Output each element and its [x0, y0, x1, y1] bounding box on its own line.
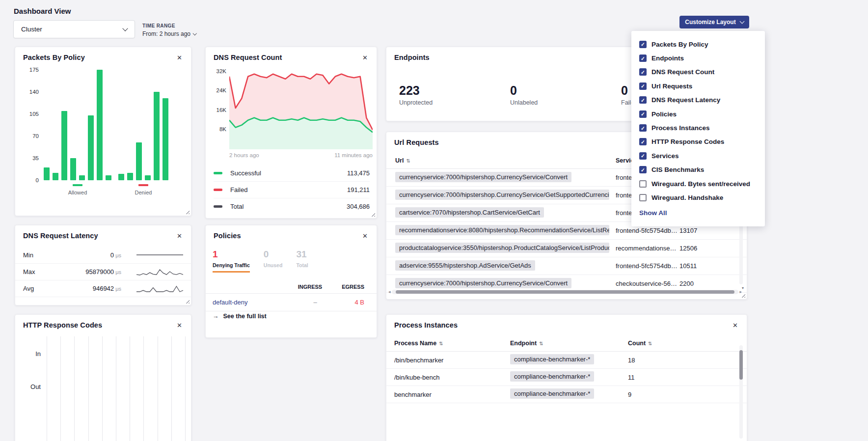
close-icon[interactable]: ✕	[176, 232, 183, 240]
axis-tick-label: 70	[32, 133, 39, 139]
stat-value: 31	[296, 249, 308, 260]
customize-layout-menu: ✓Packets By Policy✓Endpoints✓DNS Request…	[631, 31, 765, 226]
process-table-body: /bin/benchmarkercompliance-benchmarker-*…	[386, 352, 747, 403]
column-header-url[interactable]: Url ⇅	[395, 157, 616, 164]
scroll-right-arrow[interactable]: ▸	[739, 290, 742, 294]
customize-menu-item[interactable]: Wireguard. Bytes sent/received	[639, 177, 757, 191]
axis-tick-label: 16K	[217, 107, 226, 113]
legend-swatch	[214, 189, 222, 191]
column-header-count[interactable]: Count ⇅	[628, 340, 747, 347]
customize-menu-item[interactable]: ✓Packets By Policy	[639, 37, 757, 51]
latency-value: 946942	[93, 285, 114, 292]
customize-menu-item[interactable]: Wireguard. Handshake	[639, 191, 757, 204]
endpoint-value: compliance-benchmarker-*	[510, 354, 594, 364]
checkbox-checked[interactable]: ✓	[639, 68, 647, 76]
count-value: 10511	[679, 262, 747, 270]
scrollbar-thumb[interactable]	[396, 290, 735, 294]
card-title: Url Requests	[394, 138, 439, 146]
resize-handle[interactable]	[370, 212, 375, 217]
legend-label: Failed	[230, 186, 347, 193]
checkbox-unchecked[interactable]	[639, 194, 647, 201]
scroll-down-arrow[interactable]: ▾	[742, 286, 744, 290]
policies-stat[interactable]: 1Denying Traffic	[213, 249, 250, 273]
chevron-down-icon	[122, 26, 128, 31]
table-row: adservice:9555/hipstershop.AdService/Get…	[386, 257, 747, 275]
bar	[118, 174, 124, 180]
policies-table-header: INGRESS EGRESS	[206, 280, 377, 294]
close-icon[interactable]: ✕	[361, 232, 369, 240]
checkbox-checked[interactable]: ✓	[639, 152, 647, 160]
stat-value: 223	[399, 83, 510, 98]
x-label-start: 2 hours ago	[229, 152, 259, 158]
policies-stat[interactable]: 0Unused	[264, 249, 283, 273]
show-all-link[interactable]: Show All	[639, 209, 757, 217]
legend-row: Successful113,475	[214, 165, 370, 181]
policies-stat[interactable]: 31Total	[296, 249, 308, 273]
checkbox-checked[interactable]: ✓	[639, 55, 647, 62]
latency-row: Avg946942 μs	[15, 280, 191, 297]
view-selector[interactable]: Cluster	[13, 20, 135, 38]
card-title: Policies	[214, 232, 241, 240]
column-header-process-name[interactable]: Process Name ⇅	[394, 340, 510, 347]
customize-menu-item[interactable]: ✓Services	[639, 149, 757, 163]
customize-layout-button[interactable]: Customize Layout	[679, 16, 749, 28]
policy-ingress-value: –	[300, 299, 330, 306]
http-response-codes-card: HTTP Response Codes ✕ In Out	[15, 314, 191, 441]
bar	[127, 173, 133, 180]
axis-tick-label: 35	[32, 155, 39, 161]
time-range-value[interactable]: From: 2 hours ago	[142, 30, 196, 37]
customize-menu-item[interactable]: ✓Process Instances	[639, 121, 757, 135]
count-value: 12506	[679, 245, 747, 252]
close-icon[interactable]: ✕	[732, 321, 739, 330]
view-selector-value: Cluster	[21, 26, 42, 33]
scrollbar-track[interactable]	[392, 290, 739, 294]
stat-label: Total	[296, 262, 308, 268]
customize-menu-item[interactable]: ✓Endpoints	[639, 51, 757, 65]
card-title: Process Instances	[394, 321, 458, 329]
policy-name-link[interactable]: default-deny	[213, 299, 300, 306]
scroll-left-arrow[interactable]: ◂	[388, 290, 391, 294]
bar-group: Denied	[118, 70, 168, 195]
menu-item-label: Endpoints	[651, 55, 684, 62]
checkbox-checked[interactable]: ✓	[639, 41, 647, 48]
x-label-end: 11 minutes ago	[334, 152, 373, 158]
customize-menu-item[interactable]: ✓CIS Benchmarks	[639, 163, 757, 177]
close-icon[interactable]: ✕	[176, 54, 183, 62]
checkbox-checked[interactable]: ✓	[639, 96, 647, 104]
close-icon[interactable]: ✕	[361, 54, 369, 62]
horizontal-scrollbar[interactable]: ◂ ▸	[388, 289, 742, 295]
customize-menu-item[interactable]: ✓HTTP Response Codes	[639, 135, 757, 149]
legend-row: Total304,686	[214, 198, 370, 215]
customize-menu-item[interactable]: ✓Url Requests	[639, 79, 757, 93]
latency-sparkline	[136, 251, 183, 259]
checkbox-unchecked[interactable]	[639, 180, 647, 188]
customize-menu-item[interactable]: ✓DNS Request Latency	[639, 93, 757, 107]
column-header-egress: EGRESS	[342, 284, 364, 290]
http-row-label-in: In	[22, 350, 41, 358]
close-icon[interactable]: ✕	[176, 321, 183, 330]
group-marker	[138, 184, 148, 186]
see-full-list-link[interactable]: → See the full list	[213, 313, 267, 320]
scrollbar-thumb[interactable]	[739, 350, 743, 380]
latency-label: Min	[23, 251, 66, 259]
card-title: Packets By Policy	[23, 54, 85, 61]
resize-handle[interactable]	[185, 299, 190, 303]
process-table-header: Process Name ⇅ Endpoint ⇅ Count ⇅	[386, 335, 747, 352]
count-value: 13107	[679, 227, 747, 234]
checkbox-checked[interactable]: ✓	[639, 110, 647, 118]
packets-plot: AllowedDenied	[44, 70, 168, 195]
vertical-scrollbar[interactable]	[739, 345, 743, 439]
column-header-endpoint[interactable]: Endpoint ⇅	[510, 340, 628, 347]
page-title: Dashboard View	[14, 7, 71, 15]
url-value: productcatalogservice:3550/hipstershop.P…	[395, 243, 609, 253]
checkbox-checked[interactable]: ✓	[639, 166, 647, 173]
count-value: 2200	[679, 280, 747, 287]
customize-menu-item[interactable]: ✓DNS Request Count	[639, 65, 757, 79]
resize-handle[interactable]	[185, 209, 190, 214]
column-label: Process Name	[394, 340, 436, 347]
checkbox-checked[interactable]: ✓	[639, 124, 647, 132]
customize-menu-item[interactable]: ✓Policies	[639, 107, 757, 121]
checkbox-checked[interactable]: ✓	[639, 83, 647, 90]
menu-item-label: DNS Request Latency	[651, 96, 720, 104]
checkbox-checked[interactable]: ✓	[639, 138, 647, 145]
